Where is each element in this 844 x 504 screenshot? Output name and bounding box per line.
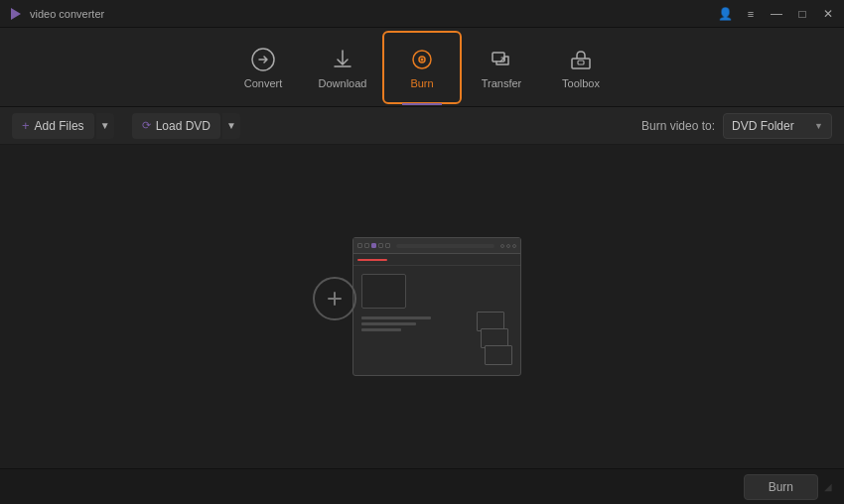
download-icon bbox=[329, 46, 356, 73]
win-dot-2 bbox=[364, 243, 369, 248]
window-frame-titlebar bbox=[353, 238, 520, 254]
illustration bbox=[323, 227, 521, 386]
nav-label-toolbox: Toolbox bbox=[562, 77, 600, 89]
add-circle-icon bbox=[313, 277, 356, 320]
win-titlebar-center bbox=[396, 244, 494, 248]
nav-item-toolbox[interactable]: Toolbox bbox=[541, 31, 621, 104]
title-bar-controls: 👤 ≡ — □ ✕ bbox=[718, 6, 836, 22]
dvd-icon: ⟳ bbox=[142, 119, 151, 132]
add-icon: + bbox=[22, 118, 30, 133]
app-logo bbox=[8, 6, 24, 22]
file-page-3 bbox=[485, 345, 512, 365]
window-frame-toolbar bbox=[353, 254, 520, 266]
svg-rect-7 bbox=[578, 61, 584, 64]
burn-video-to-label: Burn video to: bbox=[641, 119, 715, 133]
win-sm-dot-3 bbox=[512, 244, 516, 248]
win-titlebar-dots bbox=[500, 244, 516, 248]
window-line-2 bbox=[361, 322, 416, 325]
bottom-bar: Burn ◢ bbox=[0, 468, 844, 504]
resize-handle: ◢ bbox=[824, 481, 832, 492]
window-line-3 bbox=[361, 328, 401, 331]
load-dvd-button[interactable]: ⟳ Load DVD bbox=[132, 113, 220, 139]
load-dvd-dropdown[interactable]: ▼ bbox=[222, 113, 240, 139]
minimize-button[interactable]: — bbox=[769, 6, 784, 22]
burn-icon bbox=[408, 46, 436, 73]
nav-item-convert[interactable]: Convert bbox=[223, 31, 303, 104]
burn-destination-arrow: ▼ bbox=[814, 121, 823, 131]
burn-destination-area: Burn video to: DVD Folder ▼ bbox=[641, 113, 832, 139]
win-dot-3 bbox=[371, 243, 376, 248]
svg-marker-0 bbox=[11, 8, 21, 20]
toolbar-red-line bbox=[357, 259, 387, 261]
settings-icon[interactable]: ≡ bbox=[743, 6, 759, 22]
add-files-label: Add Files bbox=[35, 119, 84, 133]
user-icon: 👤 bbox=[718, 7, 733, 21]
win-dot-5 bbox=[385, 243, 390, 248]
win-dot-1 bbox=[357, 243, 362, 248]
main-content bbox=[0, 145, 844, 468]
win-sm-dot-1 bbox=[500, 244, 504, 248]
maximize-button[interactable]: □ bbox=[794, 6, 810, 22]
toolbox-icon bbox=[567, 46, 595, 73]
window-frame bbox=[352, 237, 521, 376]
transfer-icon bbox=[488, 46, 515, 73]
close-button[interactable]: ✕ bbox=[820, 6, 836, 22]
win-dot-4 bbox=[378, 243, 383, 248]
nav-item-download[interactable]: Download bbox=[303, 31, 382, 104]
add-files-dropdown[interactable]: ▼ bbox=[96, 113, 114, 139]
file-stack bbox=[477, 312, 512, 365]
nav-item-burn[interactable]: Burn bbox=[382, 31, 462, 104]
window-preview-box bbox=[361, 274, 406, 309]
win-sm-dot-2 bbox=[506, 244, 510, 248]
title-bar: video converter 👤 ≡ — □ ✕ bbox=[0, 0, 844, 28]
load-dvd-label: Load DVD bbox=[156, 119, 211, 133]
burn-destination-select[interactable]: DVD Folder ▼ bbox=[723, 113, 832, 139]
nav-label-download: Download bbox=[319, 77, 367, 89]
convert-icon bbox=[249, 46, 277, 73]
svg-point-4 bbox=[421, 58, 424, 61]
window-line-1 bbox=[361, 316, 431, 319]
app-title: video converter bbox=[30, 8, 104, 20]
nav-label-burn: Burn bbox=[410, 77, 433, 89]
add-files-button[interactable]: + Add Files bbox=[12, 113, 94, 139]
placeholder-illustration bbox=[323, 227, 521, 386]
title-bar-left: video converter bbox=[8, 6, 104, 22]
action-bar: + Add Files ▼ ⟳ Load DVD ▼ Burn video to… bbox=[0, 107, 844, 145]
burn-button[interactable]: Burn bbox=[744, 474, 818, 500]
nav-toolbar: Convert Download Burn bbox=[0, 28, 844, 107]
nav-item-transfer[interactable]: Transfer bbox=[462, 31, 541, 104]
nav-label-transfer: Transfer bbox=[482, 77, 522, 89]
burn-destination-value: DVD Folder bbox=[732, 119, 794, 133]
nav-label-convert: Convert bbox=[244, 77, 283, 89]
